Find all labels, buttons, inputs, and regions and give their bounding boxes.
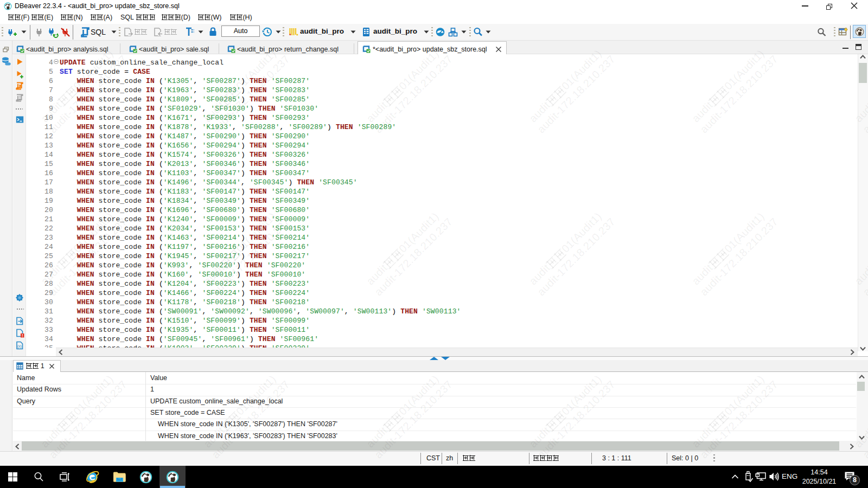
svg-text:(x): (x): [17, 344, 22, 349]
